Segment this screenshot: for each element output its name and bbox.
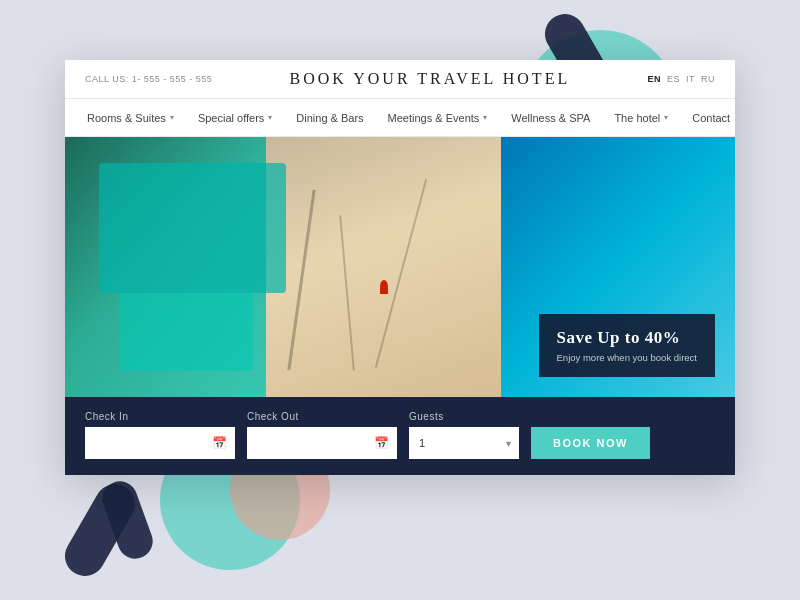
hero-person	[380, 280, 388, 294]
nav-contact-label: Contact	[692, 112, 730, 124]
chevron-down-icon: ▾	[664, 113, 668, 122]
nav-meetings-events[interactable]: Meetings & Events ▾	[376, 99, 500, 137]
chevron-down-icon: ▾	[170, 113, 174, 122]
checkin-field: Check In 📅	[85, 411, 235, 459]
lang-it[interactable]: IT	[686, 74, 695, 84]
nav-meetings-events-label: Meetings & Events	[388, 112, 480, 124]
hotel-card: CALL US: 1- 555 - 555 - 555 BOOK YOUR TR…	[65, 60, 735, 475]
nav-contact[interactable]: Contact	[680, 99, 742, 137]
checkout-input[interactable]	[247, 427, 397, 459]
hero-image: Save Up to 40% Enjoy more when you book …	[65, 137, 735, 397]
nav-wellness-spa[interactable]: Wellness & SPA	[499, 99, 602, 137]
checkin-label: Check In	[85, 411, 235, 422]
checkin-input-wrap: 📅	[85, 427, 235, 459]
guests-select-wrap: 1 2 3 4 5 6 ▾	[409, 427, 519, 459]
lang-switcher: EN ES IT RU	[647, 74, 715, 84]
promo-box: Save Up to 40% Enjoy more when you book …	[539, 314, 715, 377]
nav-rooms-suites-label: Rooms & Suites	[87, 112, 166, 124]
hero-pool-rect2	[119, 293, 253, 371]
nav-rooms-suites[interactable]: Rooms & Suites ▾	[75, 99, 186, 137]
hotel-title: BOOK YOUR TRAVEL HOTEL	[212, 70, 647, 88]
checkout-input-wrap: 📅	[247, 427, 397, 459]
nav-dining-bars[interactable]: Dining & Bars	[284, 99, 375, 137]
guests-label: Guests	[409, 411, 519, 422]
chevron-down-icon: ▾	[483, 113, 487, 122]
chevron-down-icon: ▾	[268, 113, 272, 122]
checkin-input[interactable]	[85, 427, 235, 459]
lang-es[interactable]: ES	[667, 74, 680, 84]
guests-select[interactable]: 1 2 3 4 5 6	[409, 427, 519, 459]
nav-the-hotel-label: The hotel	[614, 112, 660, 124]
book-now-button[interactable]: BOOK NOW	[531, 427, 650, 459]
guests-field: Guests 1 2 3 4 5 6 ▾	[409, 411, 519, 459]
nav-the-hotel[interactable]: The hotel ▾	[602, 99, 680, 137]
card-header: CALL US: 1- 555 - 555 - 555 BOOK YOUR TR…	[65, 60, 735, 99]
checkout-label: Check Out	[247, 411, 397, 422]
nav-dining-bars-label: Dining & Bars	[296, 112, 363, 124]
nav-special-offers[interactable]: Special offers ▾	[186, 99, 284, 137]
hero-sand	[266, 137, 534, 397]
lang-en[interactable]: EN	[647, 74, 661, 84]
lang-ru[interactable]: RU	[701, 74, 715, 84]
hero-pool-rect	[99, 163, 287, 293]
booking-bar: Check In 📅 Check Out 📅 Guests 1 2 3 4	[65, 397, 735, 475]
main-nav: Rooms & Suites ▾ Special offers ▾ Dining…	[65, 99, 735, 137]
promo-subtitle: Enjoy more when you book direct	[557, 352, 697, 363]
call-us: CALL US: 1- 555 - 555 - 555	[85, 74, 212, 84]
promo-title: Save Up to 40%	[557, 328, 697, 348]
checkout-field: Check Out 📅	[247, 411, 397, 459]
nav-wellness-spa-label: Wellness & SPA	[511, 112, 590, 124]
nav-special-offers-label: Special offers	[198, 112, 264, 124]
